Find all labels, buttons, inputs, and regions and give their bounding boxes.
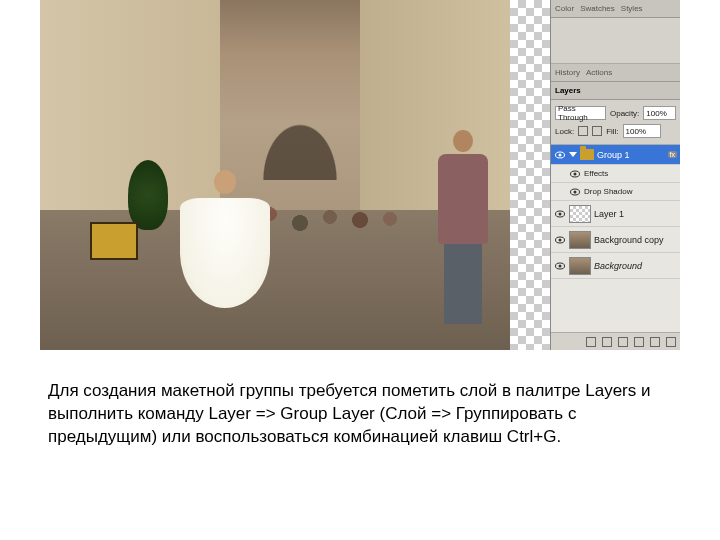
caption-text: Для создания макетной группы требуется п…	[48, 380, 672, 449]
expand-icon[interactable]	[569, 152, 577, 157]
layer-thumbnail	[569, 205, 591, 223]
color-panel-tabs: Color Swatches Styles	[551, 0, 680, 18]
background-copy-row[interactable]: Background copy	[551, 227, 680, 253]
tab-color[interactable]: Color	[555, 4, 574, 13]
fx-badge[interactable]: fx	[668, 151, 677, 158]
layers-panel-tabs: Layers	[551, 82, 680, 100]
layer-style-icon[interactable]	[602, 337, 612, 347]
tab-swatches[interactable]: Swatches	[580, 4, 615, 13]
edited-photo	[40, 0, 510, 350]
tab-styles[interactable]: Styles	[621, 4, 643, 13]
slide: Color Swatches Styles History Actions La…	[0, 0, 720, 540]
background-row[interactable]: Background	[551, 253, 680, 279]
lock-label: Lock:	[555, 127, 574, 136]
drop-shadow-row[interactable]: Drop Shadow	[551, 183, 680, 201]
new-layer-icon[interactable]	[650, 337, 660, 347]
svg-point-9	[559, 238, 562, 241]
tree	[128, 160, 168, 230]
effects-row[interactable]: Effects	[551, 165, 680, 183]
transparent-canvas-area	[510, 0, 550, 350]
history-panel-tabs: History Actions	[551, 64, 680, 82]
delete-layer-icon[interactable]	[666, 337, 676, 347]
layer-1-label: Layer 1	[594, 209, 624, 219]
effects-label: Effects	[584, 169, 608, 178]
layer-mask-icon[interactable]	[618, 337, 628, 347]
layer-thumbnail	[569, 231, 591, 249]
visibility-icon[interactable]	[554, 208, 566, 220]
layers-panel-footer	[551, 332, 680, 350]
visibility-icon[interactable]	[554, 260, 566, 272]
girl-in-dress	[180, 170, 270, 320]
opacity-label: Opacity:	[610, 109, 639, 118]
tab-history[interactable]: History	[555, 68, 580, 77]
screenshot-composite: Color Swatches Styles History Actions La…	[40, 0, 680, 350]
svg-point-7	[559, 212, 562, 215]
layers-list: Group 1 fx Effects Drop Shadow	[551, 145, 680, 332]
svg-point-5	[574, 190, 577, 193]
color-panel-body	[551, 18, 680, 64]
fill-field[interactable]: 100%	[623, 124, 661, 138]
blend-mode-select[interactable]: Pass Through	[555, 106, 606, 120]
fill-label: Fill:	[606, 127, 618, 136]
opacity-field[interactable]: 100%	[643, 106, 676, 120]
visibility-icon[interactable]	[554, 149, 566, 161]
group-name: Group 1	[597, 150, 630, 160]
svg-point-11	[559, 264, 562, 267]
photoshop-panels: Color Swatches Styles History Actions La…	[550, 0, 680, 350]
drop-shadow-label: Drop Shadow	[584, 187, 632, 196]
street-sign	[90, 222, 138, 260]
visibility-icon[interactable]	[554, 234, 566, 246]
layers-panel-controls: Pass Through Opacity: 100% Lock: Fill: 1…	[551, 100, 680, 145]
layer-1-row[interactable]: Layer 1	[551, 201, 680, 227]
link-layers-icon[interactable]	[586, 337, 596, 347]
lock-transparency-icon[interactable]	[578, 126, 588, 136]
tab-actions[interactable]: Actions	[586, 68, 612, 77]
new-group-icon[interactable]	[634, 337, 644, 347]
layer-group-1[interactable]: Group 1 fx	[551, 145, 680, 165]
archway	[240, 0, 360, 180]
background-copy-label: Background copy	[594, 235, 664, 245]
photo-wrapper	[40, 0, 510, 350]
background-label: Background	[594, 261, 642, 271]
folder-icon	[580, 149, 594, 160]
lock-pixels-icon[interactable]	[592, 126, 602, 136]
visibility-icon[interactable]	[569, 186, 581, 198]
svg-point-1	[559, 153, 562, 156]
svg-point-3	[574, 172, 577, 175]
man-standing-right	[435, 130, 490, 330]
layer-thumbnail	[569, 257, 591, 275]
visibility-icon[interactable]	[569, 168, 581, 180]
tab-layers[interactable]: Layers	[555, 86, 581, 95]
